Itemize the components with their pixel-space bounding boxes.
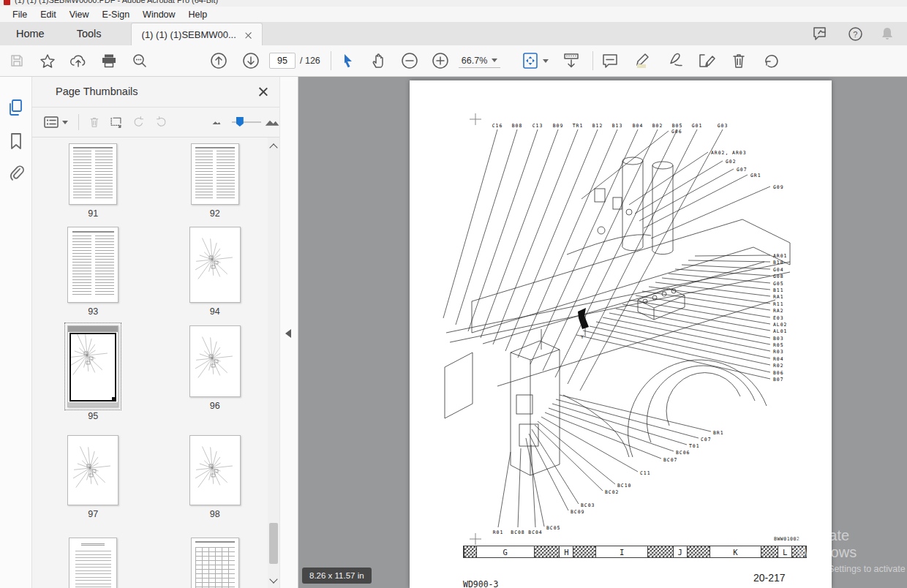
help-icon[interactable]: ? [848, 26, 863, 42]
leader-line [538, 421, 615, 484]
thumbnail-page-number: 98 [210, 509, 220, 519]
redo-button[interactable] [760, 50, 782, 72]
thumbnail-row [32, 538, 268, 588]
leader-line [456, 129, 517, 325]
thumbnail-page-91[interactable]: 91 [40, 143, 146, 219]
rotate-left-button[interactable] [132, 114, 145, 130]
share-cloud-button[interactable] [67, 50, 89, 72]
highlight-button[interactable] [631, 50, 653, 72]
page-thumbnails-icon[interactable] [8, 99, 24, 116]
document-viewer[interactable]: Y C16B08C13B09TR1B12B13B04B02B05G01G03G0… [298, 77, 907, 588]
zoom-in-button[interactable] [429, 50, 451, 72]
leader-line [552, 404, 687, 445]
leader-line [535, 425, 603, 491]
fit-options-caret-icon[interactable] [543, 59, 549, 63]
fit-page-button[interactable] [519, 50, 541, 72]
menu-item-edit[interactable]: Edit [34, 10, 63, 20]
thumbnail-preview[interactable] [67, 325, 118, 407]
panel-toolbar [32, 108, 279, 137]
fill-and-sign-button[interactable] [696, 50, 718, 72]
feedback-icon[interactable] [813, 26, 830, 41]
component-label: B06 [773, 370, 784, 376]
select-tool-button[interactable] [337, 50, 359, 72]
scrollbar-thumb[interactable] [269, 523, 278, 564]
scroll-up-icon[interactable] [269, 143, 277, 151]
thumbnail-preview[interactable] [67, 435, 118, 505]
thumbnail-preview[interactable] [189, 435, 241, 505]
thumbnail-preview[interactable] [189, 227, 241, 303]
zoom-out-button[interactable] [399, 50, 421, 72]
thumbnail-page-95[interactable]: 95 [40, 325, 146, 421]
thumbnail-preview[interactable] [189, 325, 241, 397]
thumbnail-page-row4col1[interactable] [162, 538, 268, 588]
hand-tool-button[interactable] [368, 50, 390, 72]
print-button[interactable] [98, 50, 120, 72]
component-label: GR1 [750, 173, 761, 178]
menu-item-view[interactable]: View [63, 10, 96, 20]
notifications-bell-icon[interactable] [881, 26, 894, 41]
menu-item-e-sign[interactable]: E-Sign [96, 10, 137, 20]
delete-pages-button[interactable] [728, 50, 750, 72]
scrolling-mode-button[interactable] [560, 50, 582, 72]
thumbnail-page-94[interactable]: 94 [162, 227, 268, 317]
leader-line [639, 169, 734, 221]
zoom-in-thumbnails-icon[interactable] [265, 116, 279, 128]
thumbnail-page-98[interactable]: 98 [162, 435, 268, 519]
crop-pages-button[interactable] [110, 115, 122, 129]
star-button[interactable] [37, 50, 59, 72]
component-label: C16 [492, 123, 503, 129]
slider-handle[interactable] [236, 117, 244, 127]
next-page-button[interactable] [240, 50, 262, 72]
sidebar-scrollbar[interactable] [268, 137, 279, 588]
thumbnail-preview[interactable] [67, 227, 118, 303]
tab-document[interactable]: (1) (1) (1)SEBMW00... [131, 23, 263, 45]
menu-item-file[interactable]: File [6, 10, 34, 20]
rotate-right-button[interactable] [155, 114, 168, 130]
bookmarks-icon[interactable] [8, 132, 24, 150]
tab-bar: Home Tools (1) (1) (1)SEBMW00... ? [0, 22, 907, 45]
thumbnail-page-93[interactable]: 93 [40, 227, 146, 317]
page-number-input[interactable] [269, 53, 296, 69]
scroll-down-icon[interactable] [269, 575, 277, 583]
thumbnail-page-96[interactable]: 96 [162, 325, 268, 421]
component-label: B05 [672, 123, 683, 129]
component-label: T01 [689, 443, 700, 449]
thumbnail-preview[interactable] [191, 143, 239, 205]
zoom-out-thumbnails-icon[interactable] [211, 118, 222, 127]
comment-button[interactable] [599, 50, 621, 72]
tab-home[interactable]: Home [0, 22, 61, 45]
tab-tools[interactable]: Tools [61, 22, 118, 45]
thumbnail-page-number: 91 [88, 208, 98, 219]
machine-line-art [445, 157, 790, 475]
close-tab-icon[interactable] [245, 31, 252, 38]
thumbnail-page-92[interactable]: 92 [162, 143, 268, 219]
thumbnail-preview[interactable] [191, 538, 239, 588]
thumbnail-page-row4col0[interactable] [40, 538, 146, 588]
thumbnail-viewport-indicator[interactable] [69, 333, 116, 402]
delete-page-button[interactable] [89, 115, 99, 129]
zoom-level-dropdown[interactable]: 66.7% [459, 54, 500, 68]
thumbnail-preview[interactable] [69, 143, 117, 205]
component-label: AL02 [773, 322, 787, 328]
grid-hatch-cell [647, 546, 674, 557]
component-label: C11 [640, 470, 651, 476]
previous-page-button[interactable] [208, 50, 230, 72]
attachments-icon[interactable] [8, 165, 24, 182]
component-label: R04 [773, 356, 784, 362]
menu-item-help[interactable]: Help [182, 10, 214, 20]
thumbnail-page-number: 93 [88, 306, 98, 317]
component-label: C07 [701, 437, 712, 442]
panel-collapse-gutter[interactable] [279, 77, 298, 588]
thumbnail-preview[interactable] [69, 538, 117, 588]
leader-line [529, 434, 568, 510]
collapse-panel-icon[interactable] [285, 329, 291, 338]
menu-item-window[interactable]: Window [136, 10, 181, 20]
sign-button[interactable] [663, 50, 685, 72]
save-button[interactable] [6, 50, 28, 72]
window-titlebar: (1) (1) (1)SEBMW0000.PDF - Adobe Acrobat… [0, 0, 907, 7]
search-button[interactable] [129, 50, 151, 72]
thumbnail-options-button[interactable] [44, 116, 68, 128]
thumbnail-size-slider[interactable] [232, 117, 255, 127]
thumbnail-page-97[interactable]: 97 [40, 435, 146, 519]
panel-close-icon[interactable] [259, 87, 268, 96]
